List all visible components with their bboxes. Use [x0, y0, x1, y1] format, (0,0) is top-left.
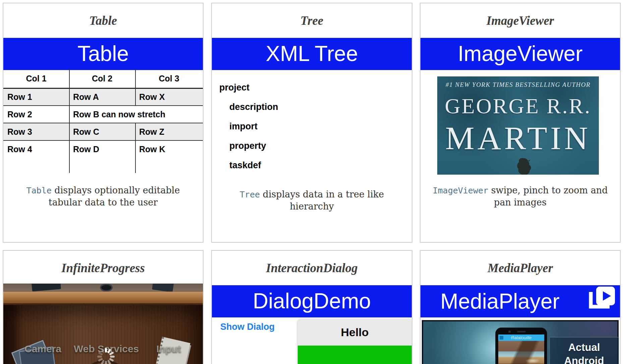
- card-title-tree: Tree: [212, 13, 412, 28]
- infinite-progress-spinner-icon: [97, 347, 115, 364]
- imageviewer-demo-titlebar: ImageViewer: [420, 38, 620, 70]
- table-row-divider: [3, 140, 203, 141]
- shelf-label-camera: Camera: [24, 343, 61, 355]
- dialog-body-green: [298, 346, 412, 364]
- card-imageviewer: ImageViewer ImageViewer #1 NEW YORK TIME…: [420, 3, 621, 243]
- phone-app-title: Ratatouille: [498, 335, 544, 340]
- table-header-divider: [3, 88, 203, 89]
- card-interactiondialog: InteractionDialog DialogDemo Show Dialog…: [211, 250, 412, 364]
- interaction-dialog: Hello: [298, 319, 412, 364]
- card-title-table: Table: [3, 13, 203, 28]
- imageviewer-code-ref: ImageViewer: [433, 186, 489, 195]
- card-title-infiniteprogress: InfiniteProgress: [3, 261, 203, 275]
- table-description: Table displays optionally editable tabul…: [3, 184, 203, 208]
- camera-lens-icon: [100, 284, 113, 292]
- table-cell[interactable]: Row 2: [3, 106, 69, 123]
- footage-line1: Actual Android: [550, 341, 618, 364]
- table-cell[interactable]: Row 3: [3, 123, 69, 140]
- table-row: Row 3 Row C Row Z: [3, 123, 203, 140]
- card-title-interactiondialog: InteractionDialog: [212, 261, 412, 275]
- infiniteprogress-screenshot: Camera Web Services Input: [3, 284, 203, 364]
- card-tree: Tree XML Tree project description import…: [211, 3, 412, 243]
- cover-tagline: #1 NEW YORK TIMES BESTSELLING AUTHOR: [437, 81, 599, 88]
- show-dialog-button[interactable]: Show Dialog: [220, 322, 275, 332]
- shelf-label-input: Input: [156, 343, 181, 355]
- imageviewer-description: ImageViewer swipe, pinch to zoom and pan…: [420, 184, 620, 208]
- table-desc-text: displays optionally editable tabular dat…: [49, 185, 180, 207]
- mediaplayer-titlebar: MediaPlayer: [420, 285, 620, 317]
- demo-table: Col 1 Col 2 Col 3 Row 1 Row A Row X Row …: [3, 69, 203, 174]
- phone-appbar: Ratatouille: [498, 335, 544, 341]
- footage-caption-box: Actual Android Device Footage!: [549, 337, 619, 364]
- table-cell[interactable]: Row C: [69, 123, 135, 140]
- table-column-divider: [135, 69, 136, 106]
- table-row-divider: [3, 123, 203, 123]
- table-demo-titlebar: Table: [3, 38, 203, 70]
- phone-earpiece: [517, 331, 526, 332]
- card-title-imageviewer: ImageViewer: [420, 13, 620, 28]
- tree-description: Tree displays data in a tree like hierar…: [212, 188, 412, 212]
- table-cell[interactable]: Row K: [135, 141, 203, 158]
- table-code-ref: Table: [26, 186, 52, 195]
- card-mediaplayer: MediaPlayer MediaPlayer Ratatouille: [420, 250, 621, 364]
- card-title-mediaplayer: MediaPlayer: [420, 261, 620, 275]
- table-cell[interactable]: Row D: [69, 141, 135, 158]
- wood-shelf-edge: [3, 292, 203, 305]
- table-row-divider: [3, 105, 203, 106]
- tree-node-description[interactable]: description: [229, 97, 278, 117]
- card-infiniteprogress: InfiniteProgress Camera Web Services Inp…: [3, 250, 204, 364]
- video-thumbnail[interactable]: Ratatouille Actual Android Device Footag…: [422, 320, 619, 364]
- phone-screen: Ratatouille: [498, 335, 544, 364]
- table-cell-spanning[interactable]: Row B can now stretch: [69, 106, 203, 123]
- table-header-row: Col 1 Col 2 Col 3: [3, 69, 203, 88]
- dialogdemo-titlebar: DialogDemo: [212, 285, 412, 317]
- table-row: Row 2 Row B can now stretch: [3, 106, 203, 123]
- book-cover-image[interactable]: #1 NEW YORK TIMES BESTSELLING AUTHOR GEO…: [437, 76, 599, 175]
- table-cell[interactable]: Row 4: [3, 141, 69, 158]
- table-cell[interactable]: Row 1: [3, 88, 69, 105]
- component-gallery-page: Table Table Col 1 Col 2 Col 3 Row 1 Row …: [0, 0, 623, 364]
- tree-node-project[interactable]: project: [219, 78, 278, 97]
- table-cell[interactable]: Row X: [135, 88, 203, 105]
- table-header-col1: Col 1: [3, 69, 69, 88]
- cover-author-first: GEORGE R.R.: [437, 94, 599, 119]
- table-row: Row 1 Row A Row X: [3, 88, 203, 105]
- table-column-divider: [135, 123, 136, 173]
- imageviewer-desc-text: swipe, pinch to zoom and pan images: [488, 185, 608, 207]
- card-table: Table Table Col 1 Col 2 Col 3 Row 1 Row …: [3, 3, 204, 243]
- dialog-title: Hello: [298, 319, 412, 346]
- table-row: Row 4 Row D Row K: [3, 141, 203, 158]
- table-header-col3: Col 3: [135, 69, 203, 88]
- phone-mockup: Ratatouille: [495, 327, 547, 364]
- tree-node-import[interactable]: import: [229, 117, 278, 136]
- bird-silhouette-icon: [513, 157, 534, 175]
- tree-code-ref: Tree: [240, 190, 260, 199]
- cover-author-last: MARTIN: [437, 119, 599, 157]
- tree-desc-text: displays data in a tree like hierarchy: [260, 189, 384, 211]
- table-column-divider: [69, 69, 70, 173]
- phone-camera-dot: [508, 330, 511, 333]
- mediaplayer-banner-label: MediaPlayer: [420, 285, 579, 317]
- food-video-frame: [498, 341, 544, 364]
- video-library-icon: [588, 286, 616, 313]
- tree-node-taskdef[interactable]: taskdef: [229, 156, 278, 175]
- table-cell[interactable]: Row Z: [135, 123, 203, 140]
- tree-node-property[interactable]: property: [229, 136, 278, 156]
- table-cell[interactable]: Row A: [69, 88, 135, 105]
- xml-tree: project description import property task…: [219, 78, 278, 175]
- table-header-col2: Col 2: [69, 69, 135, 88]
- tree-demo-titlebar: XML Tree: [212, 38, 412, 70]
